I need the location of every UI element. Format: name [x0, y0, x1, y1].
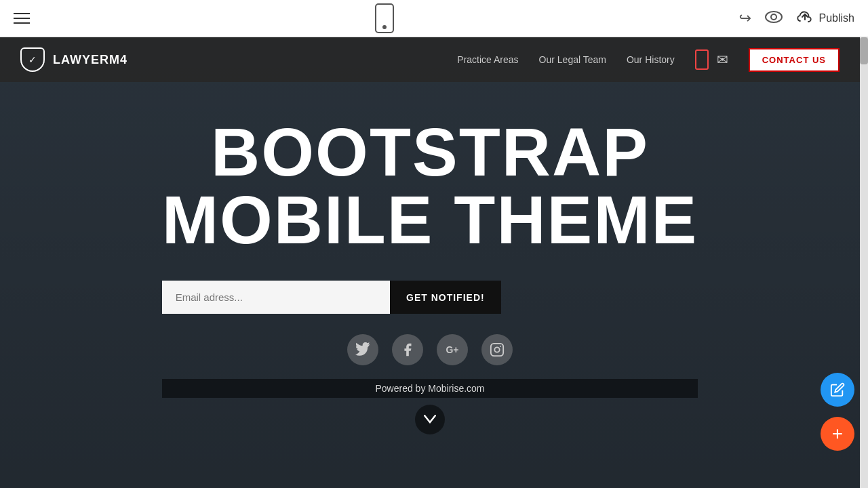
- scrollbar-thumb[interactable]: [860, 37, 868, 64]
- editor-bar-right: ↩ Publish: [739, 9, 854, 27]
- scroll-down-arrow[interactable]: [415, 405, 445, 434]
- hero-content: BOOTSTRAP MOBILE THEME GET NOTIFIED!: [162, 91, 698, 434]
- cloud-upload-icon: [796, 10, 814, 27]
- hamburger-icon[interactable]: [14, 13, 30, 24]
- svg-point-0: [766, 12, 782, 22]
- google-plus-icon[interactable]: G+: [437, 334, 468, 365]
- email-form: GET NOTIFIED!: [162, 281, 501, 314]
- powered-by: Powered by Mobirise.com: [162, 379, 698, 398]
- hero-title-line2: MOBILE THEME: [162, 186, 698, 253]
- shield-icon: [20, 47, 45, 72]
- nav-our-history[interactable]: Our History: [627, 54, 675, 65]
- site-nav: Practice Areas Our Legal Team Our Histor…: [457, 48, 840, 72]
- site-brand: LAWYERM4: [20, 47, 127, 72]
- svg-point-41: [494, 347, 499, 352]
- nav-legal-team[interactable]: Our Legal Team: [539, 54, 606, 65]
- facebook-icon[interactable]: [392, 334, 423, 365]
- hero-title-line1: BOOTSTRAP: [162, 118, 698, 186]
- get-notified-button[interactable]: GET NOTIFIED!: [390, 281, 501, 314]
- svg-rect-40: [491, 344, 503, 356]
- editor-bar: ↩ Publish: [0, 0, 868, 37]
- hero-title: BOOTSTRAP MOBILE THEME: [162, 118, 698, 253]
- email-input[interactable]: [162, 281, 390, 314]
- publish-button[interactable]: Publish: [796, 10, 854, 27]
- nav-phone-icon[interactable]: [695, 49, 709, 70]
- hero-section: BOOTSTRAP MOBILE THEME GET NOTIFIED!: [0, 37, 860, 488]
- editor-bar-left: [14, 13, 30, 24]
- svg-point-42: [500, 346, 501, 347]
- gplus-label: G+: [446, 344, 458, 355]
- social-icons: G+: [162, 334, 698, 365]
- brand-name: LAWYERM4: [53, 53, 127, 67]
- fab-edit-button[interactable]: [821, 373, 854, 407]
- mobile-preview-icon[interactable]: [375, 3, 394, 33]
- fab-add-button[interactable]: +: [821, 417, 854, 451]
- contact-us-button[interactable]: CONTACT US: [749, 48, 840, 72]
- publish-label: Publish: [819, 12, 854, 24]
- svg-point-1: [771, 14, 776, 20]
- undo-icon[interactable]: ↩: [739, 9, 751, 27]
- nav-email-icon[interactable]: ✉: [717, 52, 728, 68]
- editor-bar-center: [375, 3, 394, 33]
- preview-icon[interactable]: [765, 9, 783, 27]
- plus-icon: +: [832, 424, 843, 443]
- scrollbar[interactable]: [860, 37, 868, 488]
- site-navbar: LAWYERM4 Practice Areas Our Legal Team O…: [0, 37, 860, 82]
- nav-icons: ✉: [695, 49, 728, 70]
- instagram-icon[interactable]: [481, 334, 513, 365]
- twitter-icon[interactable]: [347, 334, 378, 365]
- website-preview: LAWYERM4 Practice Areas Our Legal Team O…: [0, 37, 860, 488]
- nav-practice-areas[interactable]: Practice Areas: [457, 54, 518, 65]
